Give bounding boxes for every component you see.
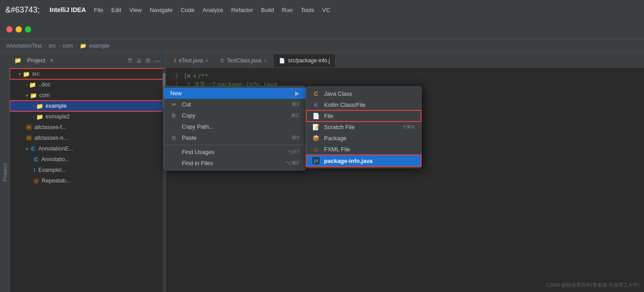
annotation-label: Annotatio... [41,156,70,162]
ctx-cut-label: Cut [182,101,283,108]
tree-example[interactable]: › 📁 example [10,101,165,111]
annotatione-label: AnnotationE... [38,146,74,152]
tree-annotatione[interactable]: ▾ C AnnotationE... [10,143,165,154]
tree-allclasses-f[interactable]: H allclasses-f... [10,122,165,133]
ctx-find-usages-shortcut: ⌥F7 [288,149,299,155]
menu-code[interactable]: Code [180,7,194,13]
ctx-copy-shortcut: ⌘C [291,113,299,118]
ctx-find-in-files-shortcut: ⌥⌘F [286,160,299,166]
menubar: &#63743; IntelliJ IDEA File Edit View Na… [0,0,644,20]
header-icons: ⇈ ⇊ ⚙ — [127,57,161,64]
sub-file[interactable]: 📄 File [306,110,421,122]
annotation-icon: C [33,156,39,162]
package-icon: 📦 [312,135,320,142]
tab-testclass-close[interactable]: × [264,58,267,63]
apple-menu[interactable]: &#63743; [5,5,40,15]
fxml-icon: ◇ [312,146,320,153]
com-chevron: ▾ [26,93,28,98]
tab-etest-close[interactable]: × [205,58,208,63]
tab-pkginfo[interactable]: 📄 src/package-info.j [273,54,336,67]
sub-java-class-label: Java Class [324,90,353,97]
ctx-find-in-files[interactable]: Find in Files ⌥⌘F [164,158,306,169]
tab-etest-icon: J [173,58,176,63]
tree-com[interactable]: ▾ 📁 com [10,90,165,101]
main-layout: Project 📁 Project ▾ ⇈ ⇊ ⚙ — ▾ 📁 src › 📁 … [0,53,644,292]
sub-scratch[interactable]: 📝 Scratch File ⇧⌘N [306,122,421,133]
menu-view[interactable]: View [129,7,142,13]
sub-fxml-label: FXML File [324,146,350,153]
sub-package[interactable]: 📦 Package [306,133,421,144]
window-bar [0,20,644,39]
example-chevron: › [33,104,34,109]
tree-doc[interactable]: › 📁 ..doc [10,79,165,90]
tree-repeatab[interactable]: @ Repeatab... [10,175,165,186]
java-class-icon: C [312,91,320,97]
collapse-icon[interactable]: ⇈ [127,57,133,64]
menu-navigate[interactable]: Navigate [150,7,172,13]
cut-icon: ✂ [170,101,177,108]
breadcrumb-sep-3: › [75,43,77,49]
ctx-cut[interactable]: ✂ Cut ⌘X [164,99,306,110]
breadcrumb-folder-icon: 📁 [80,43,86,49]
menu-refactor[interactable]: Refactor [231,7,253,13]
sub-fxml[interactable]: ◇ FXML File [306,144,421,155]
menu-tools[interactable]: Tools [301,7,314,13]
tab-testclass-label: TestClass.java [227,57,261,64]
ctx-paste[interactable]: ⎗ Paste ⌘V [164,132,306,143]
sub-kotlin[interactable]: K Kotlin Class/File [306,99,421,110]
ctx-find-usages[interactable]: Find Usages ⌥F7 [164,146,306,158]
examplei-icon: I [33,167,36,173]
breadcrumb-example[interactable]: example [89,43,109,49]
tab-etest[interactable]: J eTest.java × [168,54,214,67]
breadcrumb-project[interactable]: AnnotationTest [6,43,41,49]
maximize-button[interactable] [25,26,31,32]
line-content-1: |≡ ⊣ /** [184,73,208,79]
javadoc-caret: ⊣ [193,73,196,79]
tree-src[interactable]: ▾ 📁 src [10,69,165,79]
breadcrumb-sep-1: › [44,43,46,49]
menu-build[interactable]: Build [261,7,274,13]
menu-run[interactable]: Run [282,7,293,13]
menu-analyze[interactable]: Analyze [202,7,223,13]
src-label: src [32,71,40,77]
sub-java-class[interactable]: C Java Class [306,88,421,99]
annotatione-icon: C [30,146,36,152]
allclassesf-icon: H [26,124,32,130]
ctx-new[interactable]: New ▶ C Java Class K Kotlin Class/File 📄… [164,88,306,99]
file-tree-header: 📁 Project ▾ ⇈ ⇊ ⚙ — [10,53,165,69]
tree-exmaple2[interactable]: › 📁 exmaple2 [10,111,165,122]
breadcrumb-com[interactable]: com [63,43,73,49]
tab-testclass-icon: C [221,58,224,63]
line-num-1: 1 [166,73,184,79]
exmaple2-label: exmaple2 [45,114,70,120]
menu-edit[interactable]: Edit [111,7,121,13]
ctx-cut-shortcut: ⌘X [291,101,299,107]
sub-package-info[interactable]: pi package-info.java [306,155,421,166]
tab-etest-label: eTest.java [179,57,203,64]
menu-file[interactable]: File [94,7,103,13]
project-sidebar-tab[interactable]: Project [0,53,10,292]
tab-testclass[interactable]: C TestClass.java × [215,54,272,67]
breadcrumb-src[interactable]: src [49,43,56,49]
tree-annotation[interactable]: C Annotatio... [10,154,165,165]
ctx-copy-path[interactable]: Copy Path... [164,121,306,132]
expand-icon[interactable]: ⇊ [136,57,142,64]
tree-allclasses-n[interactable]: H allclasses-n... [10,133,165,143]
ctx-copy[interactable]: ⎘ Copy ⌘C [164,110,306,121]
breadcrumb: AnnotationTest › src › com › 📁 example [0,39,644,53]
ctx-separator-1 [164,145,306,145]
settings-icon[interactable]: ⚙ [145,57,151,64]
project-dropdown-icon[interactable]: ▾ [50,57,53,64]
tree-examplei[interactable]: I ExampleI... [10,165,165,175]
close-button[interactable] [6,26,12,32]
javadoc-start: /** [197,73,208,79]
file-icon: 📄 [312,113,320,119]
doc-folder-icon: 📁 [29,81,36,88]
submenu: C Java Class K Kotlin Class/File 📄 File … [306,86,422,168]
close-panel-icon[interactable]: — [155,57,161,64]
paste-icon: ⎗ [170,134,177,141]
menu-vc[interactable]: VC [322,7,330,13]
tree-folder-icon: 📁 [14,57,21,64]
minimize-button[interactable] [16,26,22,32]
tab-pkginfo-label: src/package-info.j [288,57,330,64]
